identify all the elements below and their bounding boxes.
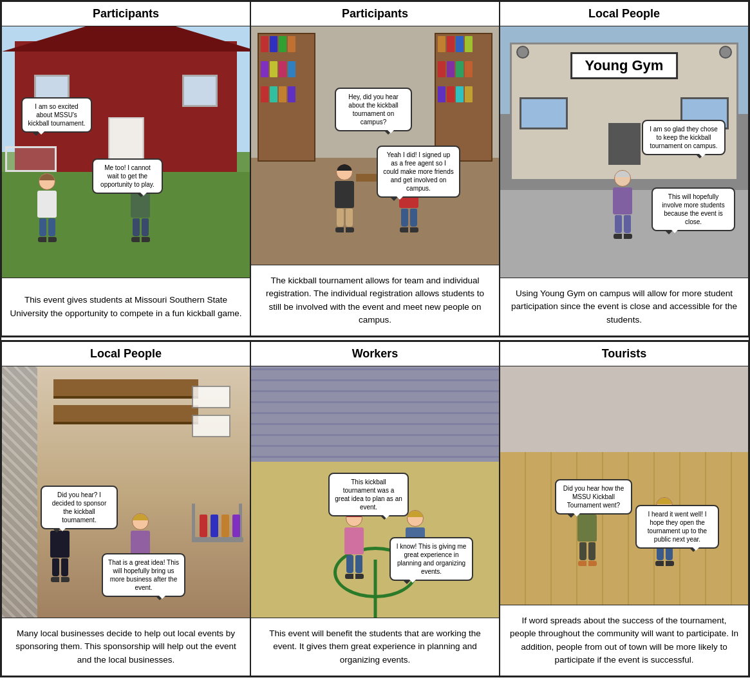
cell-row2-col2: Workers — [250, 341, 500, 676]
row-separator — [1, 336, 749, 341]
bubble-court-1: This kickball tournament was a great ide… — [328, 473, 409, 516]
storyboard: Participants — [0, 0, 750, 677]
bubble-gym-1: I am so glad they chose to keep the kick… — [642, 120, 726, 155]
scene-library: Hey, did you hear about the kickball tou… — [251, 26, 499, 265]
header-local-1: Local People — [500, 2, 748, 26]
cell-row1-col1: Participants — [1, 1, 250, 336]
character-gym-1 — [613, 170, 632, 239]
scene-gym-front: Young Gym — [500, 26, 748, 278]
caption-row2-col3: If word spreads about the success of the… — [500, 605, 748, 676]
bubble-lib-2: Yeah I did! I signed up as a free agent … — [377, 146, 460, 198]
caption-row1-col2: The kickball tournament allows for team … — [251, 265, 499, 336]
cell-row1-col3: Local People Young Gym — [500, 1, 749, 336]
scene-gym-floor: Did you hear how the MSSU Kickball Tourn… — [500, 366, 748, 605]
bubble-1: I am so excited about MSSU's kickball to… — [21, 97, 92, 133]
character-lib-1 — [335, 164, 354, 232]
scene-store: Did you hear? I decided to sponsor the k… — [2, 366, 250, 618]
bubble-gym-2: This will hopefully involve more student… — [652, 187, 735, 231]
gym-sign: Young Gym — [570, 52, 679, 79]
bubble-tourist-1: Did you hear how the MSSU Kickball Tourn… — [555, 479, 632, 515]
header-workers: Workers — [251, 342, 499, 366]
header-participants-2: Participants — [251, 2, 499, 26]
header-participants-1: Participants — [2, 2, 250, 26]
bubble-store-1: Did you hear? I decided to sponsor the k… — [41, 486, 118, 529]
scene-court: This kickball tournament was a great ide… — [251, 366, 499, 618]
caption-row1-col3: Using Young Gym on campus will allow for… — [500, 278, 748, 336]
bubble-lib-1: Hey, did you hear about the kickball tou… — [335, 88, 412, 131]
cell-row2-col1: Local People — [1, 341, 250, 676]
bubble-court-2: I know! This is giving me great experien… — [389, 537, 473, 581]
caption-row2-col2: This event will benefit the students tha… — [251, 618, 499, 676]
cell-row1-col2: Participants — [250, 1, 500, 336]
header-tourists: Tourists — [500, 342, 748, 366]
bubble-2: Me too! I cannot wait to get the opportu… — [92, 158, 163, 194]
caption-row1-col1: This event gives students at Missouri So… — [2, 278, 250, 336]
character-1 — [37, 173, 57, 242]
scene-house: I am so excited about MSSU's kickball to… — [2, 26, 250, 278]
cell-row2-col3: Tourists — [500, 341, 749, 676]
caption-row2-col1: Many local businesses decide to help out… — [2, 618, 250, 676]
character-court-1 — [344, 510, 364, 579]
header-local-2: Local People — [2, 342, 250, 366]
bubble-tourist-2: I heard it went well! I hope they open t… — [635, 505, 719, 549]
bubble-store-2: That is a great idea! This will hopefull… — [102, 553, 185, 597]
